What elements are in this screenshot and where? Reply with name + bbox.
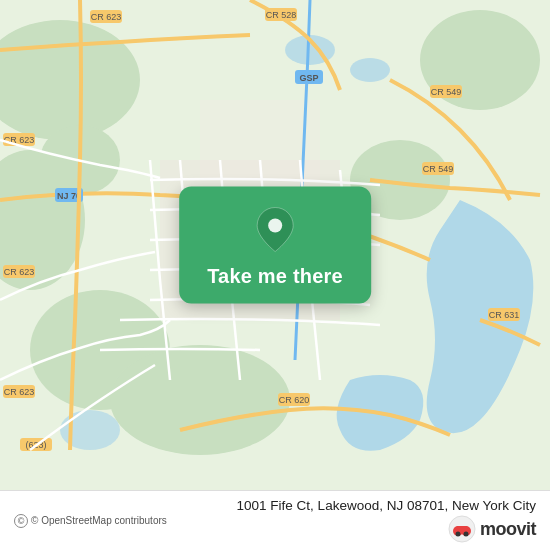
footer-bar: © © OpenStreetMap contributors 1001 Fife… (0, 490, 550, 550)
footer-left: © © OpenStreetMap contributors (14, 514, 167, 528)
svg-text:CR 549: CR 549 (423, 164, 454, 174)
action-card[interactable]: Take me there (179, 187, 371, 304)
osm-attribution: © © OpenStreetMap contributors (14, 514, 167, 528)
svg-point-11 (350, 58, 390, 82)
moovit-icon (448, 515, 476, 543)
osm-contributors-text: © OpenStreetMap contributors (31, 515, 167, 526)
svg-text:CR 623: CR 623 (4, 387, 35, 397)
svg-text:CR 623: CR 623 (4, 267, 35, 277)
svg-point-38 (268, 219, 282, 233)
svg-text:CR 528: CR 528 (266, 10, 297, 20)
take-me-there-button[interactable]: Take me there (207, 265, 343, 288)
address-text: 1001 Fife Ct, Lakewood, NJ 08701, New Yo… (237, 498, 536, 513)
moovit-brand-text: moovit (480, 519, 536, 540)
svg-text:CR 631: CR 631 (489, 310, 520, 320)
svg-rect-42 (457, 526, 467, 531)
svg-text:CR 623: CR 623 (91, 12, 122, 22)
cta-overlay: Take me there (179, 187, 371, 304)
location-pin-icon (253, 205, 297, 255)
copyright-icon: © (14, 514, 28, 528)
moovit-logo: moovit (448, 515, 536, 543)
map-container: NJ 70 GSP CR 623 CR 623 CR 623 CR 623 CR… (0, 0, 550, 490)
svg-point-5 (110, 345, 290, 455)
footer-right: 1001 Fife Ct, Lakewood, NJ 08701, New Yo… (237, 498, 536, 543)
svg-text:GSP: GSP (299, 73, 318, 83)
svg-point-44 (463, 532, 468, 537)
svg-text:CR 620: CR 620 (279, 395, 310, 405)
svg-point-43 (455, 532, 460, 537)
svg-text:CR 549: CR 549 (431, 87, 462, 97)
